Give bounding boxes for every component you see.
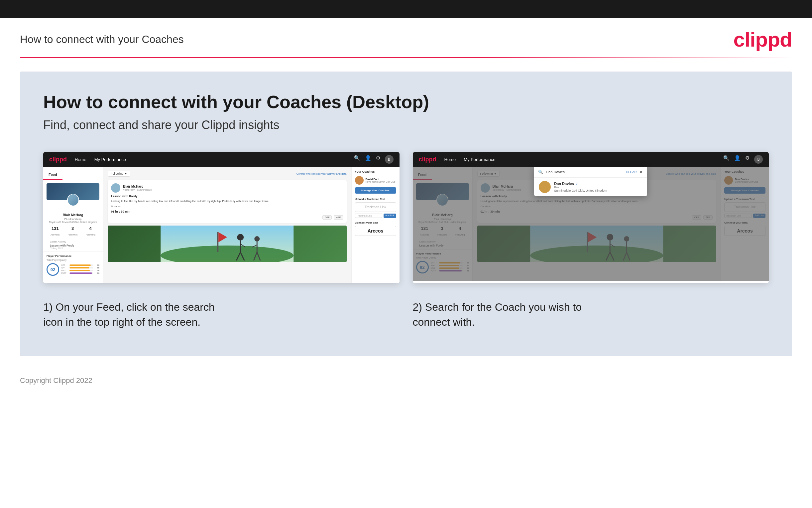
trackman-box-1: Trackman Link — [355, 202, 396, 212]
bar-ott-label: OTT — [61, 264, 68, 266]
verified-icon: ✓ — [575, 182, 578, 186]
nav-myperformance-1: My Performance — [94, 157, 126, 162]
total-quality: Total Player Quality — [47, 259, 99, 261]
bar-arg: ARG 86 — [61, 269, 99, 271]
connect-section-1: Connect your data Arccos — [355, 221, 396, 236]
bar-app-track — [69, 267, 93, 268]
bar-app-label: APP — [61, 267, 68, 269]
left-panel-1: Feed Blair McHarg Plus Handicap Royal No… — [43, 167, 103, 283]
footer: Copyright Clippd 2022 — [0, 370, 812, 395]
post-avatar-1 — [111, 183, 120, 193]
following-count: 4 — [85, 226, 95, 231]
profile-stats-1: 131 Activities 3 Followers 4 Following — [47, 226, 99, 237]
nav-icons-2: 🔍 👤 ⚙ B — [723, 155, 763, 164]
app-logo-1: clippd — [49, 156, 67, 163]
step-1-line2: icon in the top right of the screen. — [43, 316, 200, 328]
upload-title-1: Upload a Trackman Test — [355, 198, 396, 201]
search-clear-btn[interactable]: CLEAR — [626, 170, 636, 174]
user-icon-nav: 👤 — [365, 155, 371, 164]
following-label: Following — [85, 234, 95, 236]
post-meta-1: Blair McHarg Yesterday · Sunningdale — [123, 185, 343, 191]
following-btn-1[interactable]: Following ▼ — [108, 171, 130, 177]
search-input-display[interactable]: Dan Davies — [546, 170, 626, 174]
bar-arg-val: 86 — [94, 269, 99, 271]
bar-arg-track — [69, 270, 93, 271]
coaches-title-1: Your Coaches — [355, 170, 396, 173]
followers-count: 3 — [68, 226, 78, 231]
steps-row: 1) On your Feed, click on the search ico… — [43, 300, 769, 330]
screenshot-2: clippd Home My Performance 🔍 👤 ⚙ B Feed — [413, 152, 769, 283]
post-action-off[interactable]: OFF — [322, 215, 332, 220]
nav-avatar-1: B — [385, 155, 393, 164]
coach-item-1: David Ford Royal North Devon Golf Club — [355, 176, 396, 185]
following-stat: 4 Following — [85, 226, 95, 237]
profile-name-1: Blair McHarg — [47, 213, 99, 217]
step-2-line1: 2) Search for the Coach you wish to — [413, 301, 582, 313]
bar-app: APP 85 — [61, 267, 99, 269]
header: How to connect with your Coaches clippd — [0, 18, 812, 57]
coach-info-1: David Ford Royal North Devon Golf Club — [366, 178, 395, 183]
add-link-btn-1[interactable]: Add Link — [384, 214, 396, 218]
app-body-2: Feed Blair McHarg Plus Handicap Royal No… — [413, 167, 769, 281]
bar-ott-track — [69, 264, 93, 266]
page-title: How to connect with your Coaches — [20, 33, 184, 46]
coach-name-1: David Ford — [366, 178, 395, 181]
result-info: Dan Davies ✓ Pro Sunningdale Golf Club, … — [554, 182, 607, 192]
result-role: Pro — [554, 186, 607, 189]
post-name-1: Blair McHarg — [123, 185, 343, 188]
post-duration-1: Duration — [111, 205, 343, 208]
bar-arg-fill — [69, 270, 90, 271]
header-divider — [20, 57, 792, 58]
svg-point-9 — [254, 236, 259, 242]
control-link-1[interactable]: Control who can see your activity and da… — [296, 172, 347, 175]
svg-rect-2 — [217, 232, 219, 252]
player-perf-1: Player Performance Total Player Quality … — [43, 252, 103, 279]
nav-myperformance-2: My Performance — [464, 157, 495, 162]
followers-stat: 3 Followers — [68, 226, 78, 237]
result-avatar — [539, 181, 551, 193]
trackman-input-1[interactable]: Trackman Link — [355, 214, 383, 218]
search-icon-nav: 🔍 — [354, 155, 360, 164]
profile-handicap-1: Plus Handicap — [47, 218, 99, 220]
profile-avatar-1 — [67, 194, 79, 206]
clippd-logo: clippd — [733, 28, 792, 51]
main-title: How to connect with your Coaches (Deskto… — [43, 91, 769, 112]
top-bar — [0, 0, 812, 18]
followers-label: Followers — [68, 234, 78, 236]
post-action-app[interactable]: APP — [334, 215, 343, 220]
bar-putt-track — [69, 272, 93, 274]
nav-home-1: Home — [75, 157, 86, 162]
right-panel-1: Your Coaches David Ford Royal North Devo… — [351, 167, 399, 283]
bar-putt-label: PUTT — [61, 272, 68, 274]
bar-app-fill — [69, 267, 89, 268]
step-1-line1: 1) On your Feed, click on the search — [43, 301, 215, 313]
result-club: Sunningdale Golf Club, United Kingdom — [554, 189, 607, 192]
quality-bars: OTT 90 APP — [61, 264, 99, 275]
search-bar-container: 🔍 Dan Davies CLEAR ✕ Dan Davies ✓ — [534, 167, 647, 196]
nav-icons-1: 🔍 👤 ⚙ B — [354, 155, 393, 164]
step-2-text: 2) Search for the Coach you wish to conn… — [413, 300, 769, 330]
perf-title-1: Player Performance — [47, 254, 99, 257]
post-card-1: Blair McHarg Yesterday · Sunningdale Les… — [108, 180, 347, 223]
bar-putt-fill — [69, 272, 92, 274]
latest-label: Latest Activity — [50, 240, 96, 243]
copyright: Copyright Clippd 2022 — [20, 376, 92, 385]
settings-icon-nav: ⚙ — [376, 155, 380, 164]
settings-icon-nav-2: ⚙ — [745, 155, 750, 164]
arccos-box-1: Arccos — [355, 226, 396, 236]
activities-label: Activities — [51, 234, 60, 236]
middle-panel-1: Following ▼ Control who can see your act… — [103, 167, 351, 283]
search-close-btn[interactable]: ✕ — [639, 169, 643, 175]
nav-home-2: Home — [444, 157, 456, 162]
step-2-line2: connect with. — [413, 316, 475, 328]
trackman-input-row-1: Trackman Link Add Link — [355, 214, 396, 218]
manage-coaches-btn-1[interactable]: Manage Your Coaches — [355, 187, 396, 194]
search-bar: 🔍 Dan Davies CLEAR ✕ — [534, 167, 647, 178]
svg-point-4 — [237, 234, 244, 241]
search-result-item[interactable]: Dan Davies ✓ Pro Sunningdale Golf Club, … — [534, 178, 647, 196]
activities-stat: 131 Activities — [51, 226, 60, 237]
search-icon: 🔍 — [538, 170, 543, 174]
upload-section-1: Upload a Trackman Test Trackman Link Tra… — [355, 198, 396, 218]
activities-count: 131 — [51, 226, 60, 231]
bar-putt-val: 96 — [94, 272, 99, 274]
